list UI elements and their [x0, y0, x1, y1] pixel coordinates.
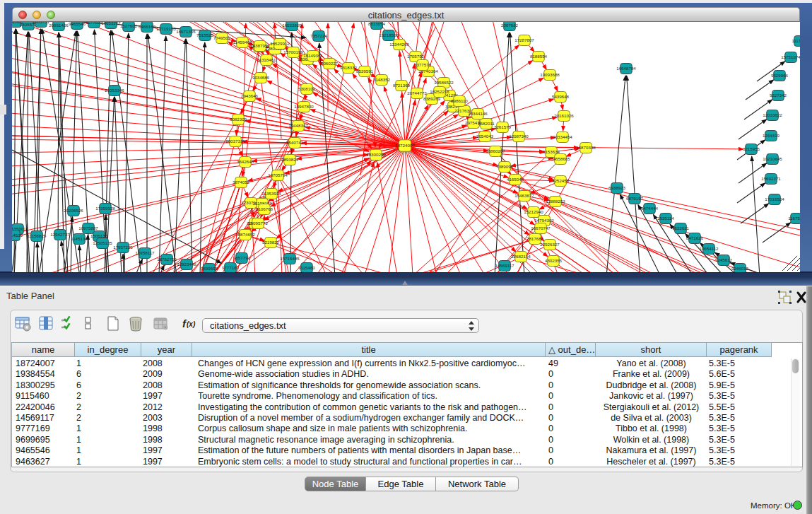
svg-text:9529966: 9529966 — [771, 73, 789, 78]
svg-text:1177021: 1177021 — [86, 22, 102, 25]
svg-text:19586522: 19586522 — [434, 80, 454, 85]
svg-text:20037339: 20037339 — [225, 139, 245, 144]
svg-text:7632621: 7632621 — [672, 226, 690, 230]
svg-text:9082309: 9082309 — [230, 117, 247, 122]
svg-text:19095773: 19095773 — [248, 221, 268, 226]
svg-text:8986110: 8986110 — [451, 98, 468, 103]
svg-text:5439648: 5439648 — [552, 94, 570, 99]
svg-text:15463677: 15463677 — [514, 193, 534, 198]
svg-text:15212940: 15212940 — [524, 209, 543, 214]
svg-text:17287807: 17287807 — [514, 37, 534, 42]
svg-text:7749509: 7749509 — [213, 35, 231, 40]
svg-text:21353914: 21353914 — [261, 191, 281, 196]
svg-text:14569117: 14569117 — [495, 263, 514, 268]
svg-text:14658665: 14658665 — [551, 156, 570, 161]
svg-text:1527602: 1527602 — [120, 23, 138, 28]
svg-text:22682194: 22682194 — [511, 254, 531, 259]
svg-text:3377578: 3377578 — [414, 62, 432, 67]
svg-text:1117702: 1117702 — [792, 38, 800, 43]
svg-text:2935114: 2935114 — [657, 216, 674, 221]
svg-text:10719155: 10719155 — [156, 26, 176, 31]
svg-text:18705794: 18705794 — [268, 173, 288, 177]
svg-text:6466160: 6466160 — [139, 24, 156, 29]
svg-text:9657791: 9657791 — [233, 255, 251, 260]
svg-text:12087340: 12087340 — [509, 134, 529, 139]
svg-text:20691406: 20691406 — [49, 23, 69, 28]
svg-text:9227342: 9227342 — [770, 93, 787, 98]
svg-text:1167533: 1167533 — [788, 216, 800, 221]
svg-text:8721369: 8721369 — [393, 83, 411, 88]
svg-text:16648784: 16648784 — [616, 66, 636, 71]
svg-text:12033822: 12033822 — [763, 112, 782, 117]
svg-text:1705792: 1705792 — [407, 54, 425, 59]
svg-text:10654112: 10654112 — [699, 246, 719, 251]
svg-text:10958117: 10958117 — [135, 250, 155, 255]
svg-text:18724007: 18724007 — [395, 143, 415, 148]
svg-text:8682011: 8682011 — [478, 121, 495, 126]
svg-text:12942737: 12942737 — [50, 232, 70, 237]
svg-text:(x): (x) — [187, 320, 196, 328]
svg-text:2943646: 2943646 — [241, 93, 259, 98]
svg-text:15751074: 15751074 — [781, 54, 800, 59]
svg-text:7389096: 7389096 — [496, 164, 514, 169]
svg-text:8188594: 8188594 — [530, 54, 548, 59]
svg-text:2087662: 2087662 — [501, 23, 519, 28]
svg-text:16671355: 16671355 — [176, 29, 196, 34]
svg-text:16860207: 16860207 — [486, 148, 505, 153]
svg-text:20206526: 20206526 — [64, 208, 83, 213]
svg-text:5308102: 5308102 — [298, 86, 316, 91]
svg-text:5219822: 5219822 — [262, 240, 280, 245]
svg-text:9777169: 9777169 — [222, 265, 240, 270]
svg-text:19218506: 19218506 — [379, 33, 399, 37]
svg-text:6540741: 6540741 — [286, 140, 304, 145]
svg-text:3148352: 3148352 — [373, 77, 391, 82]
svg-text:16149361: 16149361 — [303, 53, 323, 58]
svg-text:16670747: 16670747 — [531, 226, 551, 230]
svg-text:20161026: 20161026 — [554, 113, 574, 118]
svg-text:6879197: 6879197 — [626, 196, 644, 201]
svg-text:15692371: 15692371 — [761, 176, 781, 181]
svg-text:9034686: 9034686 — [252, 75, 270, 80]
svg-text:22926327: 22926327 — [540, 242, 560, 247]
svg-text:18252216: 18252216 — [430, 89, 449, 94]
svg-text:16782759: 16782759 — [157, 257, 177, 262]
svg-text:10210645: 10210645 — [763, 156, 782, 161]
svg-text:12344269: 12344269 — [389, 42, 409, 47]
svg-text:4302355: 4302355 — [545, 258, 563, 263]
svg-text:8539591: 8539591 — [356, 69, 374, 74]
svg-text:10653267: 10653267 — [101, 22, 121, 25]
svg-text:3642648: 3642648 — [237, 159, 254, 164]
svg-text:11459463: 11459463 — [233, 40, 252, 45]
svg-text:7357224: 7357224 — [310, 33, 328, 38]
svg-text:12505135: 12505135 — [93, 240, 112, 245]
svg-text:6938923: 6938923 — [608, 185, 626, 190]
svg-text:3261579: 3261579 — [494, 124, 512, 129]
svg-text:16947830: 16947830 — [294, 104, 314, 109]
svg-text:9318332: 9318332 — [340, 65, 358, 70]
svg-text:4252458: 4252458 — [552, 178, 570, 183]
svg-text:9893824: 9893824 — [281, 157, 299, 162]
svg-text:9246012: 9246012 — [731, 266, 749, 271]
svg-text:12923448: 12923448 — [177, 262, 196, 267]
svg-text:17957225: 17957225 — [113, 245, 133, 250]
svg-text:3215955: 3215955 — [743, 146, 760, 151]
svg-text:9245612: 9245612 — [715, 257, 733, 262]
svg-text:9474444: 9474444 — [641, 206, 659, 211]
svg-text:16033809: 16033809 — [282, 23, 302, 28]
svg-text:8813054: 8813054 — [368, 22, 386, 26]
svg-text:12888253: 12888253 — [546, 199, 565, 204]
svg-text:9465546: 9465546 — [69, 22, 86, 26]
svg-text:8471626: 8471626 — [686, 235, 704, 240]
svg-text:8106768: 8106768 — [256, 206, 273, 211]
svg-text:20334454: 20334454 — [553, 134, 572, 139]
svg-text:11318461: 11318461 — [257, 57, 276, 62]
svg-text:10344146: 10344146 — [468, 111, 488, 116]
svg-text:4165048: 4165048 — [507, 177, 524, 182]
svg-text:1145134: 1145134 — [71, 236, 88, 241]
svg-text:2054043: 2054043 — [476, 134, 494, 139]
svg-text:17359928: 17359928 — [95, 206, 115, 211]
svg-text:3874052: 3874052 — [233, 180, 250, 185]
svg-text:14794303: 14794303 — [534, 218, 554, 223]
svg-text:18300295: 18300295 — [366, 152, 386, 157]
svg-text:15716485: 15716485 — [280, 256, 300, 261]
